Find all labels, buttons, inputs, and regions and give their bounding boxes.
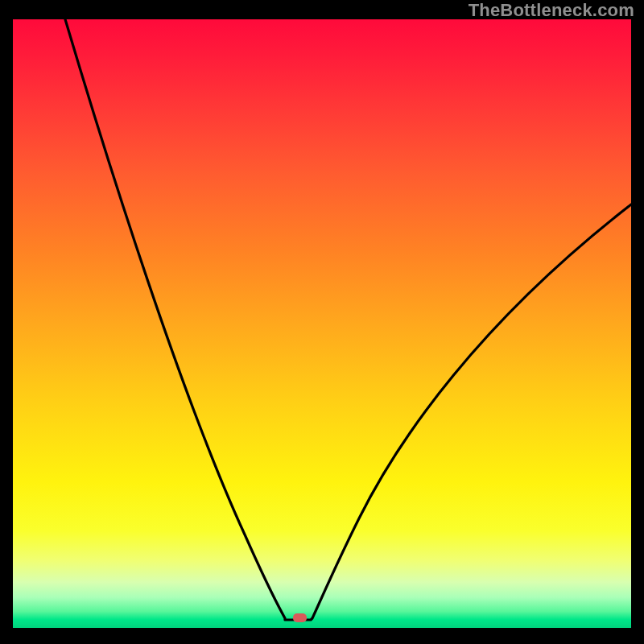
bottleneck-curve [13, 19, 631, 628]
bottleneck-curve-path [65, 19, 631, 620]
chart-plot-area [13, 19, 631, 628]
optimal-point-marker [293, 613, 307, 622]
watermark-text: TheBottleneck.com [469, 0, 634, 21]
